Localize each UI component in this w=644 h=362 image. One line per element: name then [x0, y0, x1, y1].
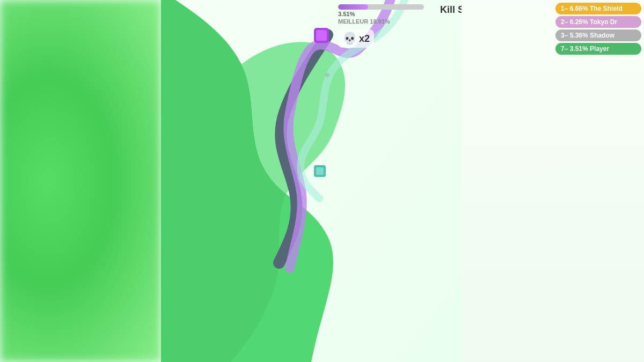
leaderboard: 1– 6.66% The Shield 2– 6.26% Tokyo Dr 3–… [555, 3, 641, 55]
leaderboard-item-1: 1– 6.66% The Shield [555, 3, 641, 14]
lives-count: x2 [359, 33, 370, 45]
svg-point-4 [325, 73, 330, 77]
leaderboard-item-2: 2– 6.26% Tokyo Dr [555, 16, 641, 28]
progress-bar-area: 3.51% MEILLEUR 18.91% [338, 4, 424, 25]
skull-icon: 💀 [342, 32, 357, 46]
progress-bar-fill [338, 4, 368, 10]
svg-rect-1 [316, 30, 327, 41]
left-panel [0, 0, 161, 362]
progress-percent: 3.51% [338, 11, 355, 17]
game-area: 3.51% MEILLEUR 18.91% 💀 x2 Kill Switch P… [161, 0, 462, 362]
game-canvas [161, 0, 462, 362]
game-container: 3.51% MEILLEUR 18.91% 💀 x2 Kill Switch P… [0, 0, 644, 362]
right-panel: 1– 6.66% The Shield 2– 6.26% Tokyo Dr 3–… [462, 0, 644, 362]
leaderboard-item-3: 3– 5.36% Shadow [555, 29, 641, 41]
svg-rect-3 [316, 167, 324, 175]
lives-container: 💀 x2 [338, 29, 374, 48]
best-score-label: MEILLEUR 18.91% [338, 18, 390, 25]
kill-switch-label: Kill Switch [440, 4, 462, 16]
progress-bar-wrapper [338, 4, 424, 10]
leaderboard-item-7: 7– 3.51% Player [555, 43, 641, 55]
